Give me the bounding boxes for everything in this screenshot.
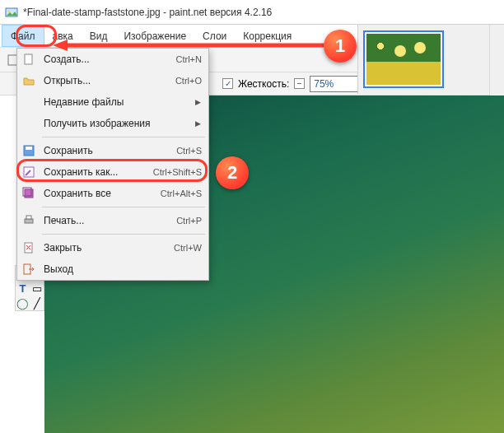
submenu-arrow-icon: ▶ bbox=[195, 98, 202, 106]
menu-item-label: Создать... bbox=[44, 54, 170, 65]
menu-layers[interactable]: Слои bbox=[194, 25, 235, 47]
save-all-icon bbox=[21, 185, 37, 202]
menu-create[interactable]: Создать... Ctrl+N bbox=[17, 49, 208, 70]
printer-icon bbox=[21, 212, 37, 229]
antialias-checkbox[interactable]: ✓ bbox=[222, 78, 233, 89]
app-icon bbox=[5, 6, 18, 19]
menu-item-label: Печать... bbox=[44, 215, 170, 226]
menu-item-label: Сохранить все bbox=[44, 188, 154, 199]
text-tool-icon[interactable]: T bbox=[16, 281, 30, 296]
exit-icon bbox=[21, 261, 37, 277]
svg-rect-12 bbox=[25, 219, 33, 223]
menu-view[interactable]: Вид bbox=[82, 25, 116, 47]
save-as-icon bbox=[21, 164, 37, 180]
line-tool-icon[interactable]: ╱ bbox=[30, 296, 44, 310]
menu-item-label: Получить изображения bbox=[44, 118, 189, 129]
thumbnail-strip bbox=[357, 25, 489, 94]
file-menu-dropdown: Создать... Ctrl+N Открыть... Ctrl+O Неда… bbox=[16, 48, 209, 281]
menu-save-all[interactable]: Сохранить все Ctrl+Alt+S bbox=[17, 183, 208, 204]
menu-item-label: Сохранить bbox=[44, 145, 170, 156]
menu-item-shortcut: Ctrl+O bbox=[175, 76, 202, 86]
titlebar: *Final-date-stamp-faststone.jpg - paint.… bbox=[0, 0, 504, 25]
stiffness-slider-minus[interactable]: − bbox=[294, 78, 305, 89]
menu-edit[interactable]: авка bbox=[44, 25, 82, 47]
svg-rect-8 bbox=[26, 147, 32, 150]
svg-rect-6 bbox=[25, 54, 32, 64]
menu-save[interactable]: Сохранить Ctrl+S bbox=[17, 140, 208, 161]
menu-item-label: Закрыть bbox=[44, 242, 167, 254]
menu-separator bbox=[42, 137, 205, 137]
menu-acquire[interactable]: Получить изображения ▶ bbox=[17, 113, 208, 134]
menu-recent[interactable]: Недавние файлы ▶ bbox=[17, 91, 208, 113]
menu-print[interactable]: Печать... Ctrl+P bbox=[17, 210, 208, 231]
annotation-badge-2: 2 bbox=[216, 156, 249, 189]
menu-save-as[interactable]: Сохранить как... Ctrl+Shift+S bbox=[17, 161, 208, 183]
thumbnail-image bbox=[366, 34, 441, 85]
shapes-tool-icon[interactable]: ▭ bbox=[30, 281, 44, 296]
annotation-badge-1: 1 bbox=[324, 30, 357, 63]
thumbnail-active[interactable] bbox=[363, 30, 444, 88]
submenu-arrow-icon: ▶ bbox=[195, 119, 202, 128]
close-file-icon bbox=[21, 240, 37, 256]
menu-exit[interactable]: Выход bbox=[17, 258, 208, 280]
menu-item-label: Выход bbox=[44, 263, 202, 275]
menu-image[interactable]: Изображение bbox=[115, 25, 194, 47]
window-title: *Final-date-stamp-faststone.jpg - paint.… bbox=[23, 7, 272, 18]
menu-item-label: Недавние файлы bbox=[44, 96, 189, 108]
menu-item-shortcut: Ctrl+P bbox=[176, 216, 202, 226]
menu-separator bbox=[42, 207, 205, 207]
menu-item-shortcut: Ctrl+Shift+S bbox=[153, 167, 202, 177]
menu-open[interactable]: Открыть... Ctrl+O bbox=[17, 70, 208, 91]
menu-close[interactable]: Закрыть Ctrl+W bbox=[17, 237, 208, 258]
save-icon bbox=[21, 142, 37, 159]
menu-separator bbox=[42, 234, 205, 235]
stiffness-label: Жесткость: bbox=[238, 78, 289, 90]
stiffness-value: 75% bbox=[314, 78, 334, 90]
menu-item-shortcut: Ctrl+S bbox=[176, 146, 202, 156]
blank-icon bbox=[21, 94, 37, 110]
folder-open-icon bbox=[21, 72, 37, 89]
shapes2-tool-icon[interactable]: ◯ bbox=[16, 296, 30, 310]
menu-item-shortcut: Ctrl+Alt+S bbox=[161, 189, 202, 198]
menu-adjustments[interactable]: Коррекция bbox=[235, 25, 300, 47]
menu-item-shortcut: Ctrl+W bbox=[174, 243, 202, 253]
new-file-icon bbox=[21, 51, 37, 68]
blank-icon bbox=[21, 115, 37, 132]
menu-item-shortcut: Ctrl+N bbox=[176, 54, 202, 64]
menu-item-label: Открыть... bbox=[44, 75, 169, 86]
menu-item-label: Сохранить как... bbox=[44, 166, 147, 178]
menu-file[interactable]: Файл bbox=[2, 25, 44, 47]
svg-rect-13 bbox=[26, 216, 31, 219]
